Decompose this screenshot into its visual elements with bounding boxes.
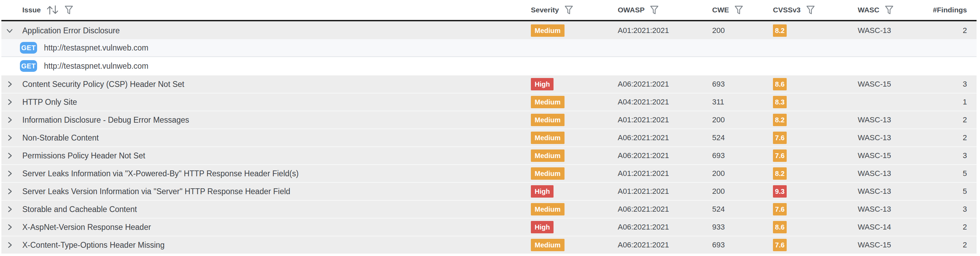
table-row[interactable]: Storable and Cacheable Content Medium A0…: [2, 200, 977, 218]
chevron-right-icon[interactable]: [6, 187, 13, 195]
severity-badge: Medium: [531, 203, 565, 216]
cwe-value: 524: [712, 205, 773, 214]
expand-toggle[interactable]: [2, 170, 21, 177]
wasc-value: WASC-15: [858, 151, 926, 160]
chevron-right-icon[interactable]: [6, 27, 13, 34]
issue-name: HTTP Only Site: [21, 98, 531, 107]
column-header-owasp[interactable]: OWASP: [618, 5, 712, 15]
column-header-cwe[interactable]: CWE: [712, 5, 773, 15]
issue-name: X-Content-Type-Options Header Missing: [21, 240, 531, 250]
table-row[interactable]: Permissions Policy Header Not Set Medium…: [2, 146, 977, 164]
filter-icon[interactable]: [650, 5, 659, 15]
filter-icon[interactable]: [734, 5, 743, 15]
owasp-value: A04:2021:2021: [618, 98, 712, 107]
filter-icon[interactable]: [64, 5, 73, 15]
expand-toggle[interactable]: [2, 98, 21, 106]
wasc-value: WASC-13: [858, 133, 926, 142]
table-row[interactable]: X-AspNet-Version Response Header High A0…: [2, 218, 977, 236]
findings-count: 1: [926, 98, 977, 107]
owasp-value: A06:2021:2021: [618, 133, 712, 142]
column-header-findings: #Findings: [926, 6, 977, 14]
expand-toggle[interactable]: [2, 134, 21, 142]
table-row[interactable]: Server Leaks Version Information via "Se…: [2, 182, 977, 200]
chevron-right-icon[interactable]: [6, 170, 13, 177]
table-row[interactable]: Non-Storable Content Medium A06:2021:202…: [2, 128, 977, 146]
finding-instance-row[interactable]: GET http://testaspnet.vulnweb.com: [2, 39, 977, 57]
severity-badge: Medium: [531, 131, 565, 144]
expand-toggle[interactable]: [2, 116, 21, 124]
chevron-right-icon[interactable]: [6, 223, 13, 231]
severity-badge: High: [531, 78, 554, 90]
chevron-right-icon[interactable]: [6, 152, 13, 160]
filter-icon[interactable]: [806, 5, 815, 15]
filter-icon[interactable]: [564, 5, 573, 15]
column-header-issue[interactable]: Issue: [21, 5, 531, 15]
column-label-wasc: WASC: [858, 6, 880, 14]
chevron-right-icon[interactable]: [6, 116, 13, 124]
table-row[interactable]: Content Security Policy (CSP) Header Not…: [2, 75, 977, 93]
findings-count: 2: [926, 240, 977, 250]
table-row[interactable]: X-Content-Type-Options Header Missing Me…: [2, 236, 977, 254]
issue-name: Server Leaks Information via "X-Powered-…: [21, 169, 531, 178]
severity-badge: Medium: [531, 114, 565, 126]
column-label-issue: Issue: [22, 6, 41, 14]
wasc-value: WASC-13: [858, 169, 926, 178]
cwe-value: 693: [712, 240, 773, 250]
issue-name: Permissions Policy Header Not Set: [21, 151, 531, 160]
cvss-badge: 7.6: [773, 149, 787, 162]
owasp-value: A06:2021:2021: [618, 223, 712, 232]
wasc-value: WASC-13: [858, 115, 926, 125]
issue-name: Server Leaks Version Information via "Se…: [21, 187, 531, 196]
chevron-right-icon[interactable]: [6, 98, 13, 106]
owasp-value: A01:2021:2021: [618, 169, 712, 178]
http-method-badge: GET: [20, 60, 37, 72]
column-header-cvssv3[interactable]: CVSSv3: [773, 5, 858, 15]
findings-count: 2: [926, 133, 977, 142]
cvss-badge: 7.6: [773, 131, 787, 144]
issue-name: X-AspNet-Version Response Header: [21, 223, 531, 232]
table-row[interactable]: Information Disclosure - Debug Error Mes…: [2, 110, 977, 128]
chevron-right-icon[interactable]: [6, 134, 13, 142]
expand-toggle[interactable]: [2, 152, 21, 160]
cwe-value: 933: [712, 223, 773, 232]
expand-toggle[interactable]: [2, 187, 21, 195]
table-row[interactable]: Application Error Disclosure Medium A01:…: [2, 21, 977, 39]
cwe-value: 524: [712, 133, 773, 142]
column-header-severity[interactable]: Severity: [531, 5, 618, 15]
finding-instance-row[interactable]: GET http://testaspnet.vulnweb.com: [2, 57, 977, 75]
chevron-right-icon[interactable]: [6, 205, 13, 213]
owasp-value: A06:2021:2021: [618, 205, 712, 214]
table-row[interactable]: HTTP Only Site Medium A04:2021:2021 311 …: [2, 93, 977, 110]
filter-icon[interactable]: [885, 5, 894, 15]
cvss-badge: 8.3: [773, 96, 787, 108]
severity-badge: Medium: [531, 24, 565, 37]
wasc-value: WASC-13: [858, 26, 926, 35]
findings-count: 5: [926, 187, 977, 196]
expand-toggle[interactable]: [2, 205, 21, 213]
chevron-right-icon[interactable]: [6, 241, 13, 249]
wasc-value: WASC-15: [858, 80, 926, 89]
column-label-owasp: OWASP: [618, 6, 644, 14]
cwe-value: 200: [712, 115, 773, 125]
cvss-badge: 8.2: [773, 167, 787, 180]
findings-count: 3: [926, 151, 977, 160]
table-row[interactable]: Server Leaks Information via "X-Powered-…: [2, 164, 977, 182]
cvss-badge: 8.6: [773, 78, 787, 90]
expand-toggle[interactable]: [2, 27, 21, 34]
column-header-wasc[interactable]: WASC: [858, 5, 926, 15]
owasp-value: A01:2021:2021: [618, 115, 712, 125]
expand-toggle[interactable]: [2, 241, 21, 249]
severity-badge: Medium: [531, 239, 565, 251]
severity-badge: High: [531, 221, 554, 233]
severity-badge: Medium: [531, 167, 565, 180]
sort-icon[interactable]: [46, 5, 59, 15]
findings-count: 2: [926, 223, 977, 232]
issue-name: Content Security Policy (CSP) Header Not…: [21, 80, 531, 89]
expand-toggle[interactable]: [2, 80, 21, 88]
chevron-right-icon[interactable]: [6, 80, 13, 88]
findings-count: 2: [926, 115, 977, 125]
expand-toggle[interactable]: [2, 223, 21, 231]
column-label-findings: #Findings: [933, 6, 967, 14]
findings-table: Issue Severity OWASP: [2, 0, 977, 254]
owasp-value: A01:2021:2021: [618, 187, 712, 196]
